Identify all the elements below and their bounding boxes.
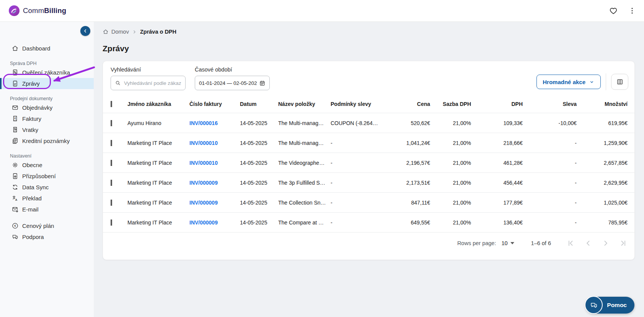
cell-vat-rate: 21,00%: [431, 160, 472, 166]
breadcrumb-home-link[interactable]: Domov: [103, 29, 129, 35]
row-checkbox[interactable]: [111, 219, 112, 226]
sidebar-item-dashboard[interactable]: Dashboard: [0, 43, 94, 54]
envelope-gear-icon: [11, 206, 19, 213]
cell-vat: 177,89€: [472, 200, 523, 206]
sidebar-item-label: E-mail: [22, 206, 39, 213]
pagination-range: 1–6 of 6: [531, 240, 551, 246]
sidebar-item-label: Obecne: [22, 162, 42, 168]
sidebar-item-data-sync[interactable]: Data Sync: [0, 182, 94, 193]
help-circle: [585, 296, 603, 314]
select-all-checkbox[interactable]: [111, 101, 112, 107]
brand-logo[interactable]: CommBilling: [8, 5, 66, 16]
brand-name: CommBilling: [23, 7, 66, 15]
sidebar-item-faktury[interactable]: € Faktury: [0, 113, 94, 124]
cell-customer: Marketing IT Place: [127, 160, 189, 166]
help-button[interactable]: Pomoc: [585, 297, 634, 314]
divider: [606, 73, 606, 90]
cell-item: The Multi-manag…: [278, 120, 331, 126]
sidebar: Dashboard Správa DPH Ověření zákazníka Z…: [0, 22, 94, 317]
search-input[interactable]: [124, 80, 181, 86]
kebab-menu-icon[interactable]: [628, 7, 636, 15]
date-range-value: 01-01-2024 — 02-05-202: [199, 80, 257, 86]
sidebar-item-zpravy[interactable]: Zprávy: [0, 78, 94, 89]
date-range-input[interactable]: 01-01-2024 — 02-05-202: [195, 76, 270, 90]
sidebar-item-label: Kreditní poznámky: [22, 138, 70, 144]
home-icon: [11, 45, 19, 52]
sidebar-item-kreditni-poznamky[interactable]: Kreditní poznámky: [0, 135, 94, 146]
sidebar-item-vratky[interactable]: Vratky: [0, 124, 94, 135]
row-checkbox[interactable]: [111, 160, 112, 166]
cell-item: The 3p Fulfilled S…: [278, 180, 331, 186]
rows-per-page-label: Rows per page:: [457, 240, 496, 246]
first-page-button[interactable]: [566, 239, 575, 247]
commbilling-logo-icon: [8, 5, 20, 16]
document-lines-icon: [11, 80, 19, 87]
bulk-actions-button[interactable]: Hromadné akce: [536, 75, 601, 89]
sidebar-item-cenovy-plan[interactable]: € Cenový plán: [0, 220, 94, 231]
cell-price: 520,62€: [396, 120, 431, 126]
sidebar-item-overeni-zakaznika[interactable]: Ověření zákazníka: [0, 67, 94, 78]
rows-per-page-value: 10: [501, 240, 507, 246]
gear-icon: [11, 161, 19, 169]
cell-date: 14-05-2025: [240, 140, 278, 146]
cell-price: 2,173,51€: [396, 180, 431, 186]
rows-per-page-select[interactable]: 10: [501, 240, 514, 246]
cell-date: 14-05-2025: [240, 160, 278, 166]
cell-item: The Multi-manag…: [278, 140, 331, 146]
pagination-bar: Rows per page: 10 1–6 of 6: [103, 232, 634, 254]
chat-bubbles-icon: [590, 301, 598, 309]
cell-vat: 109,33€: [472, 120, 523, 126]
cell-vat-rate: 21,00%: [431, 180, 472, 186]
sidebar-item-email[interactable]: E-mail: [0, 204, 94, 215]
row-checkbox[interactable]: [111, 140, 112, 146]
sidebar-section-prodejni-dokumenty: Prodejní dokumenty: [0, 95, 94, 102]
invoice-link[interactable]: INV/000010: [189, 140, 240, 146]
page-title: Zprávy: [103, 44, 635, 53]
svg-text:€: €: [15, 117, 16, 120]
chevron-down-icon: [589, 79, 595, 85]
sidebar-item-label: Vratky: [22, 127, 38, 133]
cell-customer: Ayumu Hirano: [127, 120, 189, 126]
cell-discount: -10,00€: [523, 120, 577, 126]
table-row: Marketing IT Place INV/000009 14-05-2025…: [103, 173, 634, 193]
column-settings-button[interactable]: [611, 74, 628, 90]
row-checkbox[interactable]: [111, 200, 112, 206]
cell-price: 847,11€: [396, 200, 431, 206]
previous-page-button[interactable]: [584, 239, 592, 247]
invoice-link[interactable]: INV/000009: [189, 180, 240, 186]
cell-price: 1,041,24€: [396, 140, 431, 146]
column-header-customer: Jméno zákazníka: [127, 101, 189, 107]
document-gear-icon: [11, 172, 19, 180]
row-checkbox[interactable]: [111, 180, 112, 186]
row-checkbox[interactable]: [111, 120, 112, 126]
reports-card: Vyhledávání Časové období 01-01-2024 — 0…: [103, 61, 635, 260]
svg-text:A: A: [15, 198, 18, 202]
cell-discount-terms: COUPON (-8.264…: [331, 120, 396, 126]
cell-discount-terms: -: [331, 140, 396, 146]
period-filter: Časové období 01-01-2024 — 02-05-202: [195, 67, 270, 90]
table-row: Marketing IT Place INV/000010 14-05-2025…: [103, 153, 634, 173]
invoice-link[interactable]: INV/000009: [189, 219, 240, 226]
sidebar-item-obecne[interactable]: Obecne: [0, 159, 94, 171]
chevron-left-icon: [82, 28, 88, 34]
cell-date: 14-05-2025: [240, 219, 278, 226]
invoice-link[interactable]: INV/000010: [189, 160, 240, 166]
sidebar-collapse-button[interactable]: [80, 26, 90, 36]
sidebar-item-preklad[interactable]: A Překlad: [0, 193, 94, 204]
favorites-heart-icon[interactable]: [609, 6, 618, 15]
invoice-link[interactable]: INV/000016: [189, 120, 240, 126]
svg-text:€: €: [15, 224, 16, 228]
cell-customer: Marketing IT Place: [127, 219, 189, 226]
sidebar-item-podpora[interactable]: Podpora: [0, 231, 94, 242]
next-page-button[interactable]: [602, 239, 610, 247]
table-row: Marketing IT Place INV/000009 14-05-2025…: [103, 213, 634, 232]
sidebar-item-objednavky[interactable]: Objednávky: [0, 102, 94, 113]
cell-vat: 218,66€: [472, 140, 523, 146]
table-row: Marketing IT Place INV/000010 14-05-2025…: [103, 133, 634, 153]
last-page-button[interactable]: [619, 239, 628, 247]
receipt-euro-icon: €: [11, 115, 19, 122]
invoice-link[interactable]: INV/000009: [189, 200, 240, 206]
home-icon: [103, 29, 109, 35]
sidebar-item-prizpusobeni[interactable]: Přizpůsobení: [0, 171, 94, 182]
cell-discount-terms: -: [331, 219, 396, 226]
